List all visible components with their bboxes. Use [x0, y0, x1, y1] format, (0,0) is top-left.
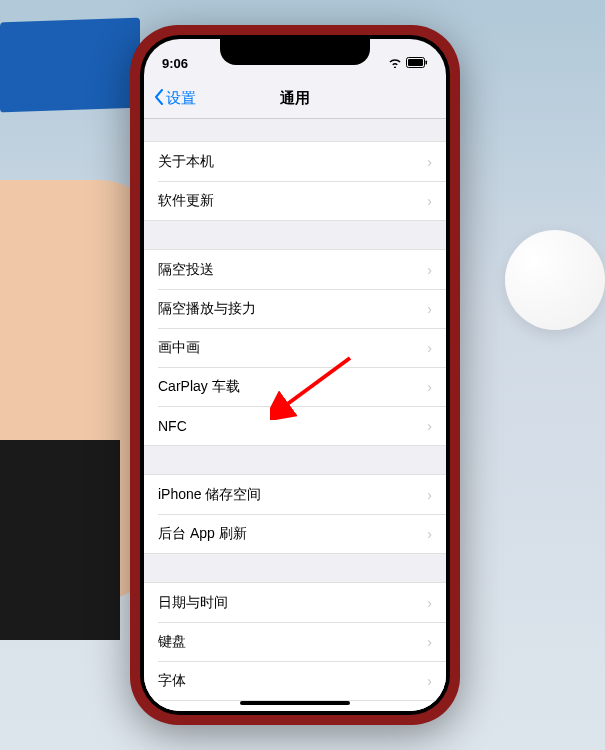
- section-about: 关于本机 › 软件更新 ›: [144, 141, 446, 221]
- phone-bezel: 9:06 设置 通用: [140, 35, 450, 715]
- home-indicator[interactable]: [240, 701, 350, 705]
- row-airplay-handoff[interactable]: 隔空播放与接力 ›: [144, 289, 446, 328]
- chevron-right-icon: ›: [427, 526, 432, 542]
- row-carplay[interactable]: CarPlay 车载 ›: [144, 367, 446, 406]
- chevron-right-icon: ›: [427, 595, 432, 611]
- status-icons: [388, 56, 428, 71]
- row-label: 隔空播放与接力: [158, 300, 256, 318]
- section-storage: iPhone 储存空间 › 后台 App 刷新 ›: [144, 474, 446, 554]
- row-label: iPhone 储存空间: [158, 486, 261, 504]
- chevron-right-icon: ›: [427, 634, 432, 650]
- page-title: 通用: [280, 89, 310, 108]
- row-label: 隔空投送: [158, 261, 214, 279]
- sleeve: [0, 440, 120, 640]
- row-about[interactable]: 关于本机 ›: [144, 142, 446, 181]
- svg-rect-2: [426, 60, 428, 64]
- row-label: 日期与时间: [158, 594, 228, 612]
- row-keyboard[interactable]: 键盘 ›: [144, 622, 446, 661]
- row-airdrop[interactable]: 隔空投送 ›: [144, 250, 446, 289]
- status-time: 9:06: [162, 56, 188, 71]
- battery-icon: [406, 56, 428, 71]
- row-label: 后台 App 刷新: [158, 525, 247, 543]
- row-label: NFC: [158, 418, 187, 434]
- row-label: 软件更新: [158, 192, 214, 210]
- chevron-right-icon: ›: [427, 193, 432, 209]
- wifi-icon: [388, 56, 402, 71]
- chevron-right-icon: ›: [427, 487, 432, 503]
- row-date-time[interactable]: 日期与时间 ›: [144, 583, 446, 622]
- chevron-right-icon: ›: [427, 340, 432, 356]
- chevron-left-icon: [154, 89, 164, 108]
- row-label: 键盘: [158, 633, 186, 651]
- back-label: 设置: [166, 89, 196, 108]
- row-label: 画中画: [158, 339, 200, 357]
- chevron-right-icon: ›: [427, 262, 432, 278]
- svg-rect-1: [408, 59, 423, 66]
- back-button[interactable]: 设置: [154, 89, 196, 108]
- background-blue-object: [0, 18, 140, 113]
- chevron-right-icon: ›: [427, 673, 432, 689]
- row-software-update[interactable]: 软件更新 ›: [144, 181, 446, 220]
- row-background-refresh[interactable]: 后台 App 刷新 ›: [144, 514, 446, 553]
- chevron-right-icon: ›: [427, 154, 432, 170]
- notch: [220, 39, 370, 65]
- phone-screen: 9:06 设置 通用: [144, 39, 446, 711]
- row-pip[interactable]: 画中画 ›: [144, 328, 446, 367]
- chevron-right-icon: ›: [427, 379, 432, 395]
- chevron-right-icon: ›: [427, 418, 432, 434]
- settings-list[interactable]: 关于本机 › 软件更新 › 隔空投送 › 隔空播放与接力 ›: [144, 119, 446, 711]
- section-datetime: 日期与时间 › 键盘 › 字体 › 语言与地区 ›: [144, 582, 446, 711]
- section-connectivity: 隔空投送 › 隔空播放与接力 › 画中画 › CarPlay 车载 ›: [144, 249, 446, 446]
- iphone-device: 9:06 设置 通用: [130, 25, 460, 725]
- row-label: 语言与地区: [158, 711, 228, 712]
- row-label: 关于本机: [158, 153, 214, 171]
- row-iphone-storage[interactable]: iPhone 储存空间 ›: [144, 475, 446, 514]
- row-label: CarPlay 车载: [158, 378, 240, 396]
- background-cup: [505, 230, 605, 330]
- chevron-right-icon: ›: [427, 301, 432, 317]
- row-nfc[interactable]: NFC ›: [144, 406, 446, 445]
- row-label: 字体: [158, 672, 186, 690]
- nav-bar: 设置 通用: [144, 79, 446, 119]
- row-fonts[interactable]: 字体 ›: [144, 661, 446, 700]
